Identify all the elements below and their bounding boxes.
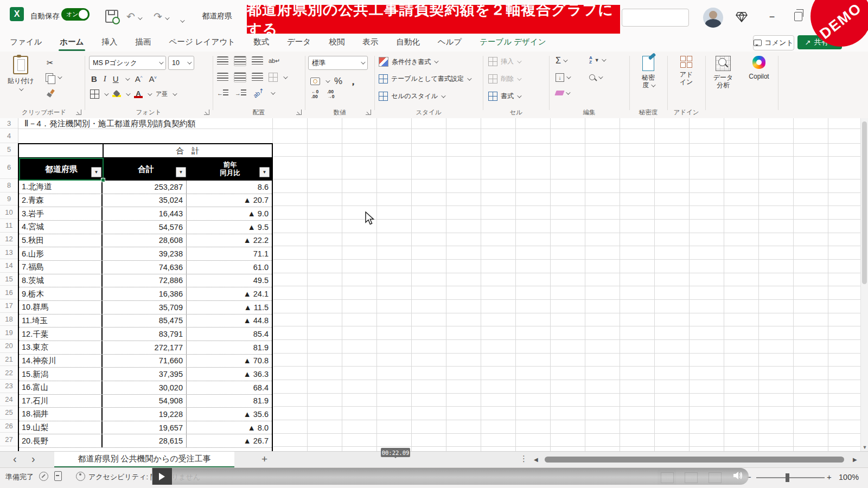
save-icon[interactable] bbox=[105, 10, 118, 23]
row-number[interactable]: 14 bbox=[0, 259, 18, 273]
number-format-combo[interactable]: 標準 bbox=[308, 56, 368, 70]
yoy-cell[interactable]: ▲ 8.0 bbox=[187, 421, 272, 434]
chevron-down-icon[interactable] bbox=[271, 90, 276, 94]
total-cell[interactable]: 35,709 bbox=[103, 301, 187, 314]
row-number[interactable]: 18 bbox=[0, 313, 18, 326]
sheet-nav-forward-icon[interactable]: › bbox=[31, 453, 35, 465]
table-row[interactable]: 18.福井19,228▲ 35.6 bbox=[19, 408, 272, 421]
prefecture-cell[interactable]: 3.岩手 bbox=[19, 207, 103, 220]
insert-cells-button[interactable]: 挿入 bbox=[488, 57, 520, 66]
vertical-scrollbar[interactable]: ▼ bbox=[860, 118, 868, 451]
grow-font-button[interactable]: A^ bbox=[135, 74, 143, 84]
total-cell[interactable]: 71,660 bbox=[103, 355, 187, 368]
total-cell[interactable]: 72,886 bbox=[103, 274, 187, 287]
row-number[interactable]: 3 bbox=[0, 118, 18, 129]
horizontal-scrollbar-thumb[interactable] bbox=[545, 457, 844, 463]
total-cell[interactable]: 19,657 bbox=[103, 421, 187, 434]
chevron-down-icon[interactable] bbox=[125, 76, 130, 80]
scroll-right-icon[interactable]: ▶ bbox=[853, 457, 857, 463]
autosum-button[interactable]: Σ bbox=[556, 56, 566, 66]
italic-button[interactable]: I bbox=[104, 74, 106, 84]
ribbon-tab-0[interactable]: ファイル bbox=[9, 34, 43, 52]
bold-button[interactable]: B bbox=[91, 74, 97, 84]
align-middle-button[interactable] bbox=[234, 56, 246, 66]
vertical-scrollbar-thumb[interactable] bbox=[862, 121, 867, 284]
yoy-cell[interactable]: 61.0 bbox=[187, 261, 272, 274]
yoy-cell[interactable]: ▲ 20.7 bbox=[187, 194, 272, 207]
total-cell[interactable]: 28,608 bbox=[103, 234, 187, 247]
table-row[interactable]: 3.岩手16,443▲ 9.0 bbox=[19, 207, 272, 221]
chevron-down-icon[interactable] bbox=[326, 78, 330, 82]
restore-button[interactable] bbox=[794, 12, 802, 21]
worksheet-grid[interactable]: 3456891011121314151617181920212223242526… bbox=[0, 118, 868, 451]
font-color-button[interactable]: A bbox=[134, 91, 143, 98]
table-row[interactable]: 16.富山30,02068.4 bbox=[19, 381, 272, 395]
prefecture-cell[interactable]: 7.福島 bbox=[19, 261, 103, 274]
yoy-cell[interactable]: 68.4 bbox=[187, 381, 272, 394]
table-row[interactable]: 20.長野28,615▲ 26.7 bbox=[19, 434, 272, 448]
prefecture-cell[interactable]: 17.石川 bbox=[19, 395, 103, 408]
header-prefecture-cell[interactable]: 都道府県 ▼ bbox=[19, 158, 104, 181]
yoy-cell[interactable]: ▲ 70.8 bbox=[187, 355, 272, 368]
table-row[interactable]: 15.新潟37,395▲ 36.3 bbox=[19, 368, 272, 381]
percent-style-button[interactable]: % bbox=[334, 76, 342, 87]
redo-button[interactable]: ↷ bbox=[154, 11, 168, 23]
fill-button[interactable]: ↓ bbox=[556, 73, 570, 82]
table-row[interactable]: 13.東京272,17781.9 bbox=[19, 341, 272, 355]
row-number[interactable]: 27 bbox=[0, 433, 18, 446]
format-cells-button[interactable]: 書式 bbox=[488, 92, 520, 101]
comma-style-button[interactable]: ， bbox=[348, 74, 358, 88]
copy-button[interactable] bbox=[46, 73, 61, 82]
prefecture-cell[interactable]: 15.新潟 bbox=[19, 368, 103, 381]
align-bottom-button[interactable] bbox=[252, 56, 263, 66]
zoom-in-button[interactable]: + bbox=[827, 472, 832, 481]
table-row[interactable]: 8.茨城72,88649.5 bbox=[19, 274, 272, 288]
comments-button[interactable]: コメント bbox=[753, 35, 794, 50]
ribbon-tab-4[interactable]: ページ レイアウト bbox=[168, 34, 237, 52]
borders-button[interactable] bbox=[90, 89, 99, 99]
table-row[interactable]: 14.神奈川71,660▲ 70.8 bbox=[19, 355, 272, 368]
yoy-cell[interactable]: 85.4 bbox=[187, 328, 272, 341]
chevron-down-icon[interactable] bbox=[104, 91, 108, 95]
yoy-cell[interactable]: ▲ 36.3 bbox=[187, 368, 272, 381]
table-row[interactable]: 19.山梨19,657▲ 8.0 bbox=[19, 421, 272, 435]
prefecture-cell[interactable]: 6.山形 bbox=[19, 247, 103, 260]
filter-dropdown-icon[interactable]: ▼ bbox=[91, 167, 101, 177]
align-top-button[interactable] bbox=[217, 56, 228, 66]
zoom-slider-thumb[interactable] bbox=[786, 473, 789, 482]
yoy-cell[interactable]: ▲ 22.2 bbox=[187, 234, 272, 247]
total-cell[interactable]: 30,020 bbox=[103, 381, 187, 394]
row-number[interactable]: 5 bbox=[0, 143, 18, 156]
addins-button[interactable]: アドイン bbox=[668, 56, 704, 86]
ribbon-tab-3[interactable]: 描画 bbox=[135, 34, 152, 52]
row-number[interactable]: 15 bbox=[0, 273, 18, 286]
total-cell[interactable]: 16,386 bbox=[103, 287, 187, 300]
accounting-format-icon[interactable] bbox=[310, 78, 320, 85]
prefecture-cell[interactable]: 16.富山 bbox=[19, 381, 103, 394]
row-number[interactable]: 22 bbox=[0, 366, 18, 380]
table-row[interactable]: 2.青森35,024▲ 20.7 bbox=[19, 194, 272, 208]
row-number[interactable]: 9 bbox=[0, 192, 18, 206]
table-row[interactable]: 6.山形39,23871.1 bbox=[19, 247, 272, 261]
find-select-button[interactable] bbox=[589, 74, 602, 80]
prefecture-cell[interactable]: 5.秋田 bbox=[19, 234, 103, 247]
yoy-cell[interactable]: ▲ 26.7 bbox=[187, 434, 272, 447]
total-cell[interactable]: 253,287 bbox=[103, 181, 187, 194]
table-row[interactable]: 9.栃木16,386▲ 24.1 bbox=[19, 287, 272, 301]
ribbon-tab-2[interactable]: 挿入 bbox=[101, 34, 119, 52]
prefecture-cell[interactable]: 18.福井 bbox=[19, 408, 103, 421]
add-sheet-button[interactable]: + bbox=[261, 453, 267, 465]
decrease-decimal-button[interactable]: .00→0 bbox=[327, 89, 334, 99]
format-as-table-button[interactable]: テーブルとして書式設定 bbox=[379, 74, 470, 84]
table-row[interactable]: 5.秋田28,608▲ 22.2 bbox=[19, 234, 272, 248]
row-number[interactable]: 19 bbox=[0, 326, 18, 339]
clear-button[interactable] bbox=[556, 91, 569, 95]
quick-access-customize-icon[interactable] bbox=[180, 15, 183, 25]
alignment-dialog-launcher-icon[interactable] bbox=[296, 110, 302, 115]
font-name-combo[interactable]: MS Pゴシック bbox=[89, 56, 166, 70]
yoy-cell[interactable]: ▲ 9.0 bbox=[187, 207, 272, 220]
play-button[interactable] bbox=[152, 468, 172, 485]
scroll-left-icon[interactable]: ◀ bbox=[534, 457, 538, 463]
total-cell[interactable]: 35,024 bbox=[103, 194, 187, 207]
yoy-cell[interactable]: 8.6 bbox=[187, 181, 272, 194]
